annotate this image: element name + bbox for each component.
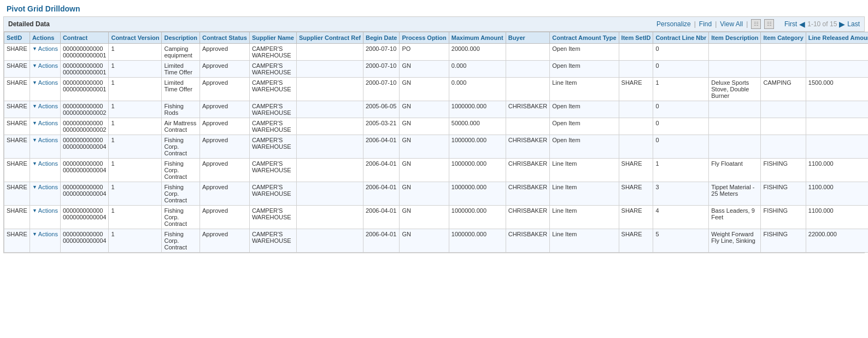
cell-process-option: GN — [400, 182, 449, 206]
table-row: SHAREActions000000000000 00000000000021F… — [4, 101, 869, 118]
cell-line-released-amount — [806, 118, 868, 135]
cell-contract: 000000000000 0000000000004 — [60, 206, 109, 229]
cell-line-released-amount: 1100.000 — [806, 159, 868, 182]
cell-setid: SHARE — [4, 118, 30, 135]
cell-description: Fishing Corp. Contract — [162, 135, 200, 159]
cell-maximum-amount: 1000000.000 — [449, 159, 506, 182]
grid-icon[interactable]: ☷ — [751, 19, 761, 29]
actions-dropdown[interactable]: Actions — [32, 120, 58, 126]
table-row: SHAREActions000000000000 00000000000011C… — [4, 44, 869, 61]
actions-dropdown[interactable]: Actions — [32, 62, 58, 69]
table-row: SHAREActions000000000000 00000000000041F… — [4, 159, 869, 182]
cell-contract-version: 1 — [109, 78, 162, 101]
table-row: SHAREActions000000000000 00000000000041F… — [4, 206, 869, 229]
find-link[interactable]: Find — [699, 20, 712, 28]
cell-contract-version: 1 — [109, 135, 162, 159]
cell-buyer — [506, 78, 550, 101]
cell-process-option: GN — [400, 229, 449, 253]
cell-contract-amount-type: Line Item — [550, 182, 619, 206]
cell-actions: Actions — [30, 118, 60, 135]
cell-item-category: FISHING — [761, 182, 806, 206]
cell-item-setid: SHARE — [619, 206, 653, 229]
actions-dropdown[interactable]: Actions — [32, 45, 58, 52]
cell-contract-line-nbr: 0 — [653, 118, 709, 135]
col-header-contract-version: Contract Version — [109, 32, 162, 44]
actions-dropdown[interactable]: Actions — [32, 79, 58, 86]
cell-actions: Actions — [30, 101, 60, 118]
cell-line-released-amount — [806, 135, 868, 159]
cell-item-category: CAMPING — [761, 78, 806, 101]
cell-maximum-amount: 1000000.000 — [449, 135, 506, 159]
cell-buyer: CHRISBAKER — [506, 101, 550, 118]
cell-maximum-amount: 50000.000 — [449, 118, 506, 135]
view-all-link[interactable]: View All — [720, 20, 743, 28]
col-header-description: Description — [162, 32, 200, 44]
cell-actions: Actions — [30, 229, 60, 253]
cell-begin-date: 2000-07-10 — [363, 61, 400, 78]
cell-begin-date: 2006-04-01 — [363, 159, 400, 182]
cell-contract-line-nbr: 3 — [653, 182, 709, 206]
personalize-link[interactable]: Personalize — [656, 20, 691, 28]
first-page-link[interactable]: First — [784, 20, 797, 28]
cell-contract-line-nbr: 0 — [653, 44, 709, 61]
cell-description: Limited Time Offer — [162, 61, 200, 78]
cell-contract-status: Approved — [200, 61, 249, 78]
table-row: SHAREActions000000000000 00000000000041F… — [4, 229, 869, 253]
cell-setid: SHARE — [4, 78, 30, 101]
cell-item-category — [761, 118, 806, 135]
cell-item-setid — [619, 118, 653, 135]
cell-description: Fishing Corp. Contract — [162, 182, 200, 206]
cell-contract: 000000000000 0000000000001 — [60, 44, 109, 61]
cell-setid: SHARE — [4, 182, 30, 206]
cell-process-option: GN — [400, 159, 449, 182]
cell-process-option: GN — [400, 135, 449, 159]
section-header: Detailed Data Personalize | Find | View … — [4, 17, 864, 32]
cell-begin-date: 2006-04-01 — [363, 135, 400, 159]
cell-item-description: Deluxe Sports Stove, Double Burner — [709, 78, 761, 101]
cell-item-setid: SHARE — [619, 159, 653, 182]
cell-description: Fishing Corp. Contract — [162, 229, 200, 253]
cell-contract-amount-type: Open Item — [550, 135, 619, 159]
cell-line-released-amount — [806, 61, 868, 78]
cell-item-category — [761, 44, 806, 61]
actions-dropdown[interactable]: Actions — [32, 184, 58, 190]
actions-dropdown[interactable]: Actions — [32, 207, 58, 214]
cell-item-description: Fly Floatant — [709, 159, 761, 182]
cell-contract-status: Approved — [200, 101, 249, 118]
actions-dropdown[interactable]: Actions — [32, 160, 58, 167]
prev-icon[interactable]: ◀ — [799, 20, 805, 28]
cell-buyer: CHRISBAKER — [506, 182, 550, 206]
cell-contract-status: Approved — [200, 135, 249, 159]
cell-contract-amount-type: Open Item — [550, 44, 619, 61]
col-header-begin-date: Begin Date — [363, 32, 400, 44]
actions-dropdown[interactable]: Actions — [32, 231, 58, 237]
cell-line-released-amount: 22000.000 — [806, 229, 868, 253]
cell-description: Fishing Corp. Contract — [162, 206, 200, 229]
chart-icon[interactable]: ☷ — [764, 19, 774, 29]
table-row: SHAREActions000000000000 00000000000041F… — [4, 182, 869, 206]
cell-item-description — [709, 61, 761, 78]
cell-supplier-contract-ref — [296, 101, 363, 118]
cell-begin-date: 2006-04-01 — [363, 229, 400, 253]
cell-contract: 000000000000 0000000000001 — [60, 78, 109, 101]
cell-supplier-contract-ref — [296, 229, 363, 253]
actions-dropdown[interactable]: Actions — [32, 137, 58, 143]
page-title: Pivot Grid Drilldown — [0, 0, 868, 16]
cell-contract-version: 1 — [109, 61, 162, 78]
col-header-contract-status: Contract Status — [200, 32, 249, 44]
col-header-contract-amount-type: Contract Amount Type — [550, 32, 619, 44]
actions-dropdown[interactable]: Actions — [32, 103, 58, 109]
cell-item-description — [709, 44, 761, 61]
cell-setid: SHARE — [4, 61, 30, 78]
cell-actions: Actions — [30, 78, 60, 101]
cell-actions: Actions — [30, 61, 60, 78]
cell-actions: Actions — [30, 44, 60, 61]
cell-line-released-amount: 1100.000 — [806, 182, 868, 206]
cell-contract-status: Approved — [200, 78, 249, 101]
last-page-link[interactable]: Last — [847, 20, 860, 28]
cell-item-category: FISHING — [761, 229, 806, 253]
cell-supplier-name: CAMPER'S WAREHOUSE — [249, 229, 296, 253]
cell-supplier-name: CAMPER'S WAREHOUSE — [249, 135, 296, 159]
next-icon[interactable]: ▶ — [839, 20, 845, 28]
pagination: First ◀ 1-10 of 15 ▶ Last — [784, 20, 860, 28]
